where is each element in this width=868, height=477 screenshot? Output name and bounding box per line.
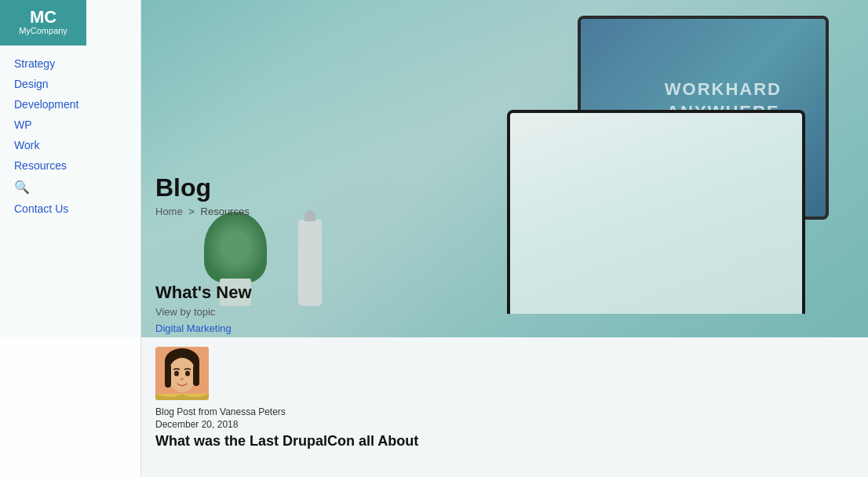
svg-point-8 [181,378,184,381]
breadcrumb-home[interactable]: Home [155,206,183,217]
svg-point-6 [174,371,179,377]
main-nav: Strategy Design Development WP Work Reso… [0,46,140,227]
nav-contact-us[interactable]: Contact Us [0,198,140,219]
nav-work[interactable]: Work [0,135,140,155]
nav-design[interactable]: Design [0,74,140,94]
blog-post-title[interactable]: What was the Last DrupalCon all About [155,433,854,450]
nav-strategy[interactable]: Strategy [0,53,140,74]
avatar [155,347,209,400]
topic-digital-marketing[interactable]: Digital Marketing [155,321,252,337]
blog-post-meta: Blog Post from Vanessa Peters [155,406,854,417]
main-content: Blog Home > Resources What's New View by… [141,0,868,477]
breadcrumb: Home > Resources [155,206,250,217]
blog-post-date: December 20, 2018 [155,419,854,430]
svg-rect-4 [165,364,171,388]
blog-title-area: Blog Home > Resources [141,173,250,217]
blog-heading: Blog [155,173,250,202]
search-icon[interactable]: 🔍 [0,176,140,198]
nav-wp[interactable]: WP [0,115,140,135]
sidebar: MC MyCompany Strategy Design Development… [0,0,141,477]
nav-development[interactable]: Development [0,94,140,115]
nav-resources[interactable]: Resources [0,155,140,176]
breadcrumb-separator: > [188,206,195,217]
whats-new-title: What's New [155,282,252,303]
svg-rect-5 [193,364,199,386]
svg-point-3 [168,358,196,392]
logo-initials: MC [30,9,57,26]
blog-post-card: Blog Post from Vanessa Peters December 2… [155,347,854,450]
blog-post-area: Blog Post from Vanessa Peters December 2… [141,337,868,477]
logo[interactable]: MC MyCompany [0,0,86,46]
view-by-topic-label: View by topic [155,306,252,318]
logo-company: MyCompany [19,26,67,36]
breadcrumb-current: Resources [201,206,250,217]
svg-point-7 [185,371,190,377]
